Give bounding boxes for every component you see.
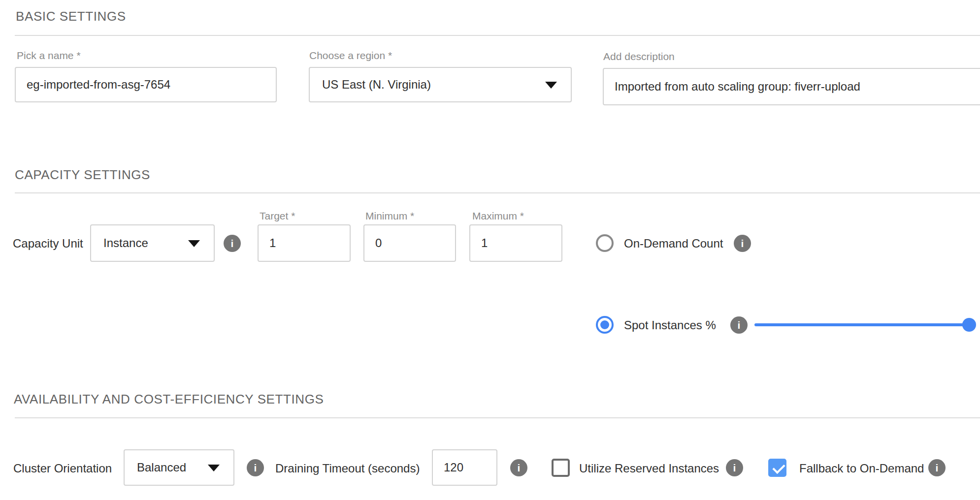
capacity-settings-divider bbox=[15, 192, 980, 193]
chevron-down-icon bbox=[545, 82, 557, 89]
cluster-orientation-info-icon[interactable]: i bbox=[247, 459, 264, 476]
spot-percentage-slider-track[interactable] bbox=[754, 323, 969, 326]
minimum-field-label: Minimum * bbox=[365, 210, 414, 222]
cluster-orientation-select[interactable]: Balanced bbox=[124, 449, 234, 486]
spot-instances-radio[interactable] bbox=[596, 316, 614, 334]
draining-timeout-info-icon[interactable]: i bbox=[510, 459, 527, 476]
spot-percentage-slider-handle[interactable] bbox=[962, 318, 976, 332]
availability-settings-title: AVAILABILITY AND COST-EFFICIENCY SETTING… bbox=[14, 392, 324, 407]
description-input[interactable] bbox=[603, 68, 980, 105]
region-select-value: US East (N. Virginia) bbox=[322, 78, 431, 92]
chevron-down-icon bbox=[208, 465, 220, 471]
spot-instances-label: Spot Instances % bbox=[624, 318, 716, 332]
maximum-field-label: Maximum * bbox=[472, 210, 524, 222]
target-input[interactable] bbox=[258, 224, 351, 262]
fallback-on-demand-label: Fallback to On-Demand bbox=[799, 462, 924, 475]
on-demand-count-radio[interactable] bbox=[596, 234, 614, 252]
chevron-down-icon bbox=[188, 240, 200, 247]
basic-settings-title: BASIC SETTINGS bbox=[16, 9, 126, 24]
basic-settings-divider bbox=[15, 35, 980, 36]
name-input[interactable] bbox=[15, 67, 277, 102]
region-select[interactable]: US East (N. Virginia) bbox=[309, 67, 572, 102]
region-field-label: Choose a region * bbox=[309, 50, 392, 62]
fallback-on-demand-info-icon[interactable]: i bbox=[928, 459, 946, 476]
on-demand-count-label: On-Demand Count bbox=[624, 237, 723, 250]
utilize-reserved-instances-label: Utilize Reserved Instances bbox=[579, 462, 719, 475]
cluster-orientation-value: Balanced bbox=[137, 461, 186, 474]
spot-instances-info-icon[interactable]: i bbox=[730, 316, 748, 334]
name-field-label: Pick a name * bbox=[17, 50, 81, 62]
capacity-unit-select[interactable]: Instance bbox=[90, 224, 215, 262]
availability-settings-divider bbox=[15, 417, 980, 418]
maximum-input[interactable] bbox=[469, 224, 562, 262]
utilize-reserved-instances-info-icon[interactable]: i bbox=[726, 459, 743, 476]
utilize-reserved-instances-checkbox[interactable] bbox=[552, 459, 570, 477]
draining-timeout-label: Draining Timeout (seconds) bbox=[275, 462, 420, 475]
on-demand-count-info-icon[interactable]: i bbox=[734, 235, 751, 252]
fallback-on-demand-checkbox[interactable] bbox=[768, 459, 786, 477]
draining-timeout-input[interactable] bbox=[432, 449, 497, 486]
capacity-unit-label: Capacity Unit bbox=[13, 237, 83, 250]
target-field-label: Target * bbox=[260, 210, 295, 222]
capacity-unit-info-icon[interactable]: i bbox=[224, 235, 241, 252]
capacity-settings-title: CAPACITY SETTINGS bbox=[15, 167, 150, 183]
description-field-label: Add description bbox=[603, 51, 675, 62]
minimum-input[interactable] bbox=[363, 224, 456, 262]
capacity-unit-value: Instance bbox=[103, 236, 148, 250]
cluster-orientation-label: Cluster Orientation bbox=[13, 462, 112, 475]
